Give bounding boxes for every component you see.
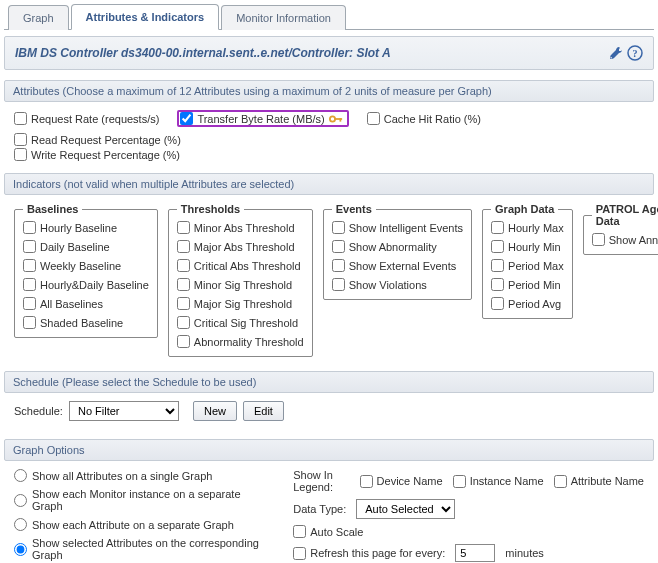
- legend-attribute-name[interactable]: Attribute Name: [554, 475, 644, 488]
- checkbox[interactable]: [177, 240, 190, 253]
- attr-read-request-pct[interactable]: Read Request Percentage (%): [14, 133, 181, 146]
- checkbox[interactable]: [177, 278, 190, 291]
- graphdata-item[interactable]: Period Min: [491, 278, 564, 291]
- baseline-item[interactable]: Hourly&Daily Baseline: [23, 278, 149, 291]
- checkbox[interactable]: [177, 221, 190, 234]
- graphdata-item[interactable]: Hourly Min: [491, 240, 564, 253]
- checkbox[interactable]: [23, 278, 36, 291]
- threshold-item[interactable]: Critical Abs Threshold: [177, 259, 304, 272]
- checkbox[interactable]: [367, 112, 380, 125]
- checkbox[interactable]: [453, 475, 466, 488]
- baselines-group: Baselines Hourly BaselineDaily BaselineW…: [14, 203, 158, 338]
- baseline-item[interactable]: Hourly Baseline: [23, 221, 149, 234]
- checkbox[interactable]: [23, 297, 36, 310]
- threshold-item[interactable]: Minor Sig Threshold: [177, 278, 304, 291]
- baseline-item[interactable]: Daily Baseline: [23, 240, 149, 253]
- checkbox[interactable]: [491, 278, 504, 291]
- checkbox[interactable]: [554, 475, 567, 488]
- baseline-item[interactable]: Weekly Baseline: [23, 259, 149, 272]
- svg-rect-4: [339, 118, 341, 122]
- events-legend: Events: [332, 203, 376, 215]
- threshold-item[interactable]: Major Sig Threshold: [177, 297, 304, 310]
- schedule-select[interactable]: No Filter: [69, 401, 179, 421]
- checkbox[interactable]: [592, 233, 605, 246]
- tab-monitor-information[interactable]: Monitor Information: [221, 5, 346, 30]
- opt-selected-corresponding[interactable]: Show selected Attributes on the correspo…: [14, 537, 273, 561]
- checkbox[interactable]: [491, 259, 504, 272]
- tab-graph[interactable]: Graph: [8, 5, 69, 30]
- schedule-label: Schedule:: [14, 405, 63, 417]
- new-button[interactable]: New: [193, 401, 237, 421]
- auto-scale-checkbox[interactable]: Auto Scale: [293, 525, 363, 538]
- baseline-item[interactable]: Shaded Baseline: [23, 316, 149, 329]
- threshold-item[interactable]: Minor Abs Threshold: [177, 221, 304, 234]
- threshold-item[interactable]: Abnormality Threshold: [177, 335, 304, 348]
- checkbox[interactable]: [293, 525, 306, 538]
- opt-each-monitor[interactable]: Show each Monitor instance on a separate…: [14, 488, 273, 512]
- event-item[interactable]: Show Violations: [332, 278, 463, 291]
- attr-cache-hit-ratio[interactable]: Cache Hit Ratio (%): [367, 110, 481, 127]
- attr-write-request-pct[interactable]: Write Request Percentage (%): [14, 148, 180, 161]
- page-title: IBM DS Controller ds3400-00.internal.sen…: [15, 46, 391, 60]
- checkbox[interactable]: [177, 259, 190, 272]
- graph-data-legend: Graph Data: [491, 203, 558, 215]
- attr-transfer-byte-rate[interactable]: Transfer Byte Rate (MB/s): [180, 112, 324, 125]
- graphdata-item[interactable]: Period Max: [491, 259, 564, 272]
- checkbox[interactable]: [491, 221, 504, 234]
- threshold-item[interactable]: Critical Sig Threshold: [177, 316, 304, 329]
- opt-show-all-single[interactable]: Show all Attributes on a single Graph: [14, 469, 273, 482]
- patrol-agent-group: PATROL Agent Data Show Annotations: [583, 203, 658, 255]
- tools-icon[interactable]: [607, 45, 623, 61]
- checkbox[interactable]: [332, 221, 345, 234]
- checkbox-label: Transfer Byte Rate (MB/s): [197, 113, 324, 125]
- attr-transfer-rate-highlight: Transfer Byte Rate (MB/s): [177, 110, 348, 127]
- legend-device-name[interactable]: Device Name: [360, 475, 443, 488]
- radio[interactable]: [14, 469, 27, 482]
- checkbox[interactable]: [177, 316, 190, 329]
- checkbox[interactable]: [14, 148, 27, 161]
- checkbox[interactable]: [177, 297, 190, 310]
- threshold-item[interactable]: Major Abs Threshold: [177, 240, 304, 253]
- checkbox[interactable]: [23, 240, 36, 253]
- graphdata-item[interactable]: Hourly Max: [491, 221, 564, 234]
- checkbox-label: Hourly Max: [508, 222, 564, 234]
- checkbox[interactable]: [360, 475, 373, 488]
- graphdata-item[interactable]: Period Avg: [491, 297, 564, 310]
- checkbox-label: Major Abs Threshold: [194, 241, 295, 253]
- checkbox[interactable]: [491, 240, 504, 253]
- attr-request-rate[interactable]: Request Rate (requests/s): [14, 110, 159, 127]
- checkbox[interactable]: [293, 547, 306, 560]
- legend-instance-name[interactable]: Instance Name: [453, 475, 544, 488]
- radio[interactable]: [14, 543, 27, 556]
- data-type-select[interactable]: Auto Selected: [356, 499, 455, 519]
- help-icon[interactable]: ?: [627, 45, 643, 61]
- checkbox-label: Minor Abs Threshold: [194, 222, 295, 234]
- baseline-item[interactable]: All Baselines: [23, 297, 149, 310]
- radio[interactable]: [14, 494, 27, 507]
- patrol-item[interactable]: Show Annotations: [592, 233, 658, 246]
- radio[interactable]: [14, 518, 27, 531]
- event-item[interactable]: Show Abnormality: [332, 240, 463, 253]
- edit-button[interactable]: Edit: [243, 401, 284, 421]
- checkbox[interactable]: [332, 278, 345, 291]
- checkbox[interactable]: [23, 221, 36, 234]
- checkbox-label: Auto Scale: [310, 526, 363, 538]
- checkbox[interactable]: [14, 112, 27, 125]
- event-item[interactable]: Show Intelligent Events: [332, 221, 463, 234]
- radio-label: Show each Monitor instance on a separate…: [32, 488, 273, 512]
- checkbox[interactable]: [332, 259, 345, 272]
- event-item[interactable]: Show External Events: [332, 259, 463, 272]
- refresh-checkbox[interactable]: Refresh this page for every:: [293, 547, 445, 560]
- opt-each-attribute[interactable]: Show each Attribute on a separate Graph: [14, 518, 273, 531]
- tab-attributes-indicators[interactable]: Attributes & Indicators: [71, 4, 220, 30]
- checkbox[interactable]: [14, 133, 27, 146]
- checkbox-label: Period Avg: [508, 298, 561, 310]
- checkbox[interactable]: [332, 240, 345, 253]
- checkbox[interactable]: [23, 259, 36, 272]
- radio-label: Show each Attribute on a separate Graph: [32, 519, 234, 531]
- checkbox[interactable]: [180, 112, 193, 125]
- checkbox[interactable]: [23, 316, 36, 329]
- checkbox[interactable]: [491, 297, 504, 310]
- checkbox[interactable]: [177, 335, 190, 348]
- refresh-input[interactable]: [455, 544, 495, 562]
